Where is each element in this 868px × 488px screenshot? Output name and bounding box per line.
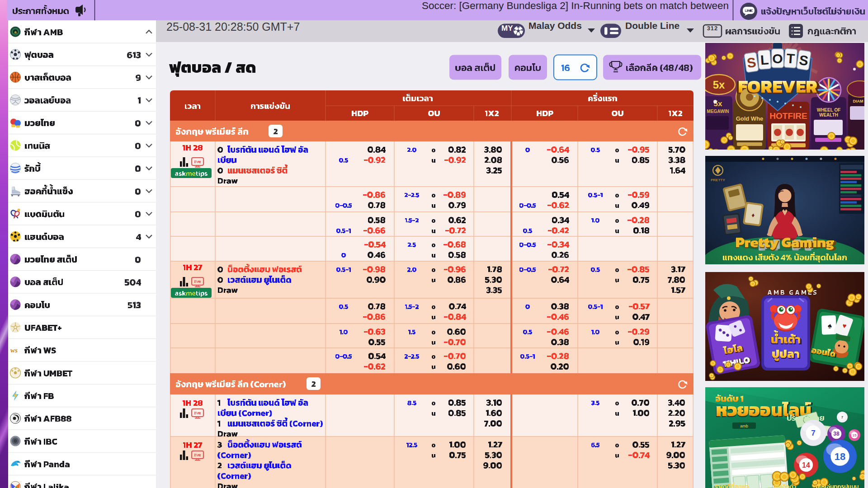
svg-text:ws: ws — [10, 347, 18, 354]
